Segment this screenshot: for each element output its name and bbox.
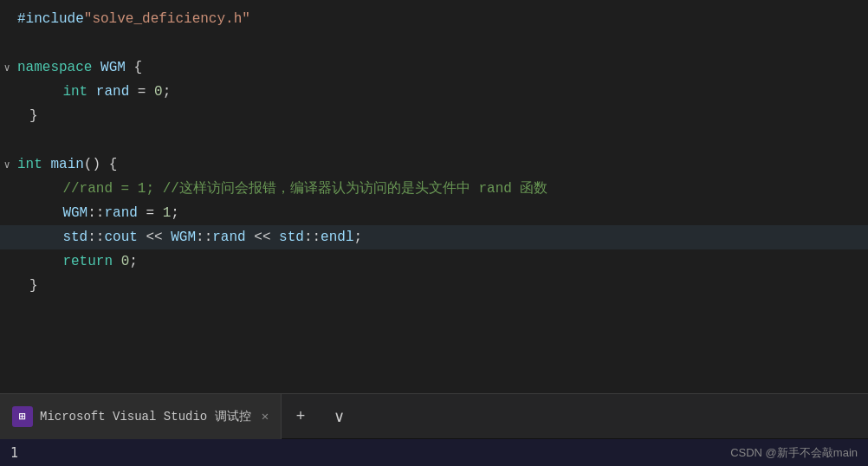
collapse-arrow[interactable]: ∨ [0, 56, 14, 81]
code-line: } [0, 274, 868, 298]
line-content: } [26, 104, 38, 128]
code-line: } [0, 104, 868, 128]
line-content: int main() { [14, 152, 117, 177]
code-line [0, 31, 868, 55]
code-line: std::cout << WGM::rand << std::endl; [0, 225, 868, 249]
line-content: return 0; [26, 249, 138, 274]
line-content: } [26, 274, 38, 298]
code-line: ∨int main() { [0, 152, 868, 177]
code-editor[interactable]: #include"solve_deficiency.h"∨namespace W… [0, 0, 868, 393]
line-content: int rand = 0; [26, 80, 171, 104]
taskbar: ⊞ Microsoft Visual Studio 调试控 ✕ + ∨ [0, 393, 868, 438]
line-content: #include"solve_deficiency.h" [14, 7, 250, 31]
status-left: 1 [10, 445, 18, 461]
statusbar: 1 CSDN @新手不会敲main [0, 438, 868, 466]
code-line: //rand = 1; //这样访问会报错，编译器认为访问的是头文件中 rand… [0, 177, 868, 201]
code-line: ∨namespace WGM { [0, 55, 868, 80]
code-line: int rand = 0; [0, 80, 868, 104]
dropdown-button[interactable]: ∨ [320, 394, 358, 439]
line-content: std::cout << WGM::rand << std::endl; [26, 225, 362, 249]
line-content: WGM::rand = 1; [26, 201, 179, 225]
new-tab-button[interactable]: + [282, 394, 320, 439]
line-content: //rand = 1; //这样访问会报错，编译器认为访问的是头文件中 rand… [26, 177, 547, 201]
status-right: CSDN @新手不会敲main [730, 445, 858, 461]
code-line: WGM::rand = 1; [0, 201, 868, 225]
code-line: #include"solve_deficiency.h" [0, 7, 868, 31]
vs-icon: ⊞ [12, 406, 33, 427]
line-content: namespace WGM { [14, 55, 142, 80]
collapse-arrow[interactable]: ∨ [0, 153, 14, 178]
code-line [0, 128, 868, 152]
code-line: return 0; [0, 249, 868, 274]
taskbar-item[interactable]: ⊞ Microsoft Visual Studio 调试控 ✕ [0, 394, 282, 439]
taskbar-item-label: Microsoft Visual Studio 调试控 [40, 409, 251, 424]
close-button[interactable]: ✕ [262, 409, 269, 424]
